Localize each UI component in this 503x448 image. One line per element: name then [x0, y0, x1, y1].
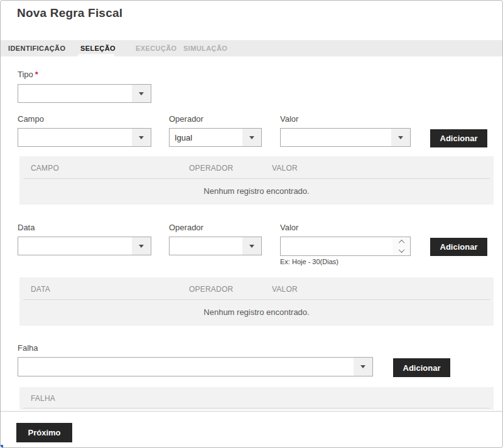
campo-combobox[interactable]: [18, 128, 151, 147]
proximo-button[interactable]: Próximo: [16, 423, 72, 442]
campo-label: Campo: [18, 114, 44, 124]
cutoff-element-artifact: [1, 445, 3, 448]
chevron-up-icon: [398, 240, 404, 246]
valor-dropdown-button[interactable]: [391, 129, 410, 146]
valor-label: Valor: [280, 114, 298, 124]
operador-combobox[interactable]: [169, 128, 262, 147]
tab-execucao[interactable]: EXECUÇÃO: [136, 40, 177, 56]
panel-bottom-border: [1, 411, 502, 412]
data-operador-label: Operador: [169, 223, 203, 232]
operador-label: Operador: [169, 114, 203, 124]
spin-down-button[interactable]: [392, 247, 410, 256]
falha-label: Falha: [18, 343, 38, 353]
data-valor-label: Valor: [280, 223, 298, 232]
data-conditions-table: DATA OPERADOR VALOR Nenhum registro enco…: [19, 277, 494, 326]
spin-up-button[interactable]: [392, 237, 410, 247]
nova-regra-fiscal-panel: Nova Regra Fiscal IDENTIFICAÇÃO SELEÇÃO …: [0, 0, 503, 448]
data-operador-input[interactable]: [170, 237, 242, 255]
falha-input[interactable]: [18, 358, 354, 376]
data-input[interactable]: [18, 237, 132, 255]
falha-combobox[interactable]: [18, 357, 373, 376]
data-label: Data: [18, 223, 35, 232]
falha-table: FALHA: [19, 387, 494, 410]
chevron-down-icon: [139, 92, 144, 95]
data-operador-dropdown-button[interactable]: [242, 237, 261, 255]
numeric-spinner: [392, 237, 410, 255]
chevron-down-icon: [398, 136, 403, 139]
required-asterisk: *: [35, 70, 38, 79]
campo-dropdown-button[interactable]: [132, 129, 151, 146]
empty-table-message: Nenhum registro encontrado.: [19, 186, 494, 196]
page-title: Nova Regra Fiscal: [17, 6, 122, 20]
data-dropdown-button[interactable]: [132, 237, 151, 255]
tipo-label: Tipo*: [18, 70, 38, 79]
data-operador-combobox[interactable]: [169, 237, 262, 255]
valor-combobox[interactable]: [280, 128, 411, 147]
column-header-operador: OPERADOR: [189, 164, 233, 173]
table-header-divider: [23, 178, 490, 179]
chevron-down-icon: [139, 245, 144, 248]
operador-input[interactable]: [170, 129, 242, 146]
column-header-operador: OPERADOR: [189, 285, 233, 294]
chevron-down-icon: [139, 136, 144, 139]
campo-input[interactable]: [18, 129, 132, 146]
chevron-down-icon: [249, 245, 254, 248]
tipo-input[interactable]: [18, 85, 132, 102]
column-header-falha: FALHA: [31, 394, 55, 403]
chevron-down-icon: [360, 365, 365, 368]
falha-dropdown-button[interactable]: [354, 358, 372, 376]
adicionar-campo-button[interactable]: Adicionar: [430, 129, 487, 147]
operador-dropdown-button[interactable]: [242, 129, 261, 146]
chevron-down-icon: [398, 247, 404, 253]
tab-simulacao[interactable]: SIMULAÇÃO: [183, 40, 227, 56]
table-header-divider: [23, 299, 490, 300]
adicionar-data-button[interactable]: Adicionar: [430, 238, 487, 256]
empty-table-message: Nenhum registro encontrado.: [19, 307, 494, 317]
valor-input[interactable]: [281, 129, 391, 146]
chevron-down-icon: [249, 136, 254, 139]
data-combobox[interactable]: [18, 237, 151, 255]
table-header-divider: [23, 408, 490, 408]
column-header-campo: CAMPO: [31, 164, 59, 173]
tipo-label-text: Tipo: [18, 70, 33, 79]
column-header-data: DATA: [31, 285, 50, 294]
campo-conditions-table: CAMPO OPERADOR VALOR Nenhum registro enc…: [19, 156, 494, 205]
data-valor-numeric-input[interactable]: [280, 237, 411, 256]
adicionar-falha-button[interactable]: Adicionar: [393, 358, 450, 377]
tab-bar: IDENTIFICAÇÃO SELEÇÃO EXECUÇÃO SIMULAÇÃO: [1, 40, 502, 56]
data-valor-input[interactable]: [281, 237, 392, 255]
data-valor-hint: Ex: Hoje - 30(Dias): [280, 258, 338, 265]
column-header-valor: VALOR: [272, 285, 298, 294]
active-tab-indicator: [78, 54, 114, 56]
tipo-combobox[interactable]: [18, 84, 151, 103]
tipo-dropdown-button[interactable]: [132, 85, 151, 102]
column-header-valor: VALOR: [272, 164, 298, 173]
tab-identificacao[interactable]: IDENTIFICAÇÃO: [8, 40, 65, 56]
